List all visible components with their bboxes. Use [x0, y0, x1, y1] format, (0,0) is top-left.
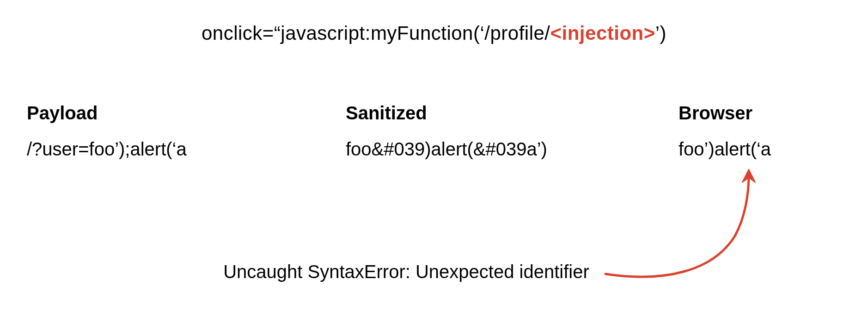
sanitized-value: foo&#039)alert(&#039a’) [346, 139, 547, 160]
error-message: Uncaught SyntaxError: Unexpected identif… [223, 261, 589, 282]
payload-value: /?user=foo’);alert(‘a [27, 139, 187, 160]
code-snippet-line: onclick=“javascript:myFunction(‘/profile… [0, 22, 868, 44]
code-prefix: onclick=“javascript:myFunction(‘/profile… [202, 22, 550, 44]
code-suffix: ’) [655, 22, 666, 44]
injection-placeholder: <injection> [550, 22, 655, 44]
payload-header: Payload [27, 103, 98, 124]
browser-value: foo’)alert(‘a [679, 139, 771, 160]
slide: onclick=“javascript:myFunction(‘/profile… [0, 0, 868, 323]
error-message-line: Uncaught SyntaxError: Unexpected identif… [0, 261, 868, 282]
browser-header: Browser [679, 103, 752, 124]
sanitized-header: Sanitized [346, 103, 427, 124]
